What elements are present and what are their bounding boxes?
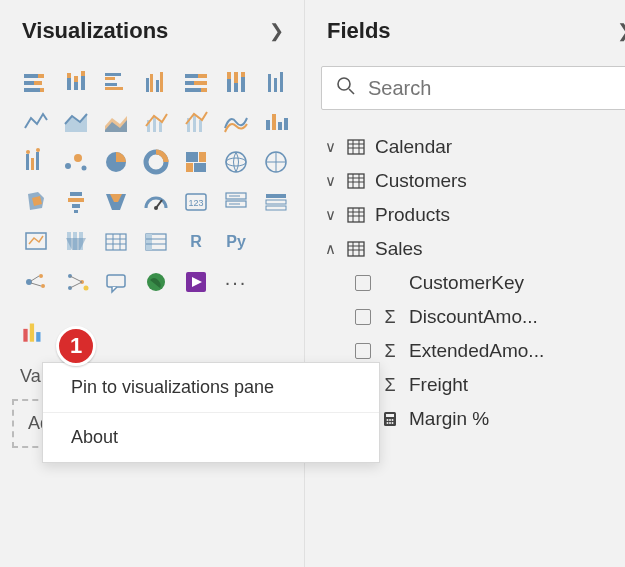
matrix-visual-icon[interactable] — [98, 224, 134, 260]
svg-rect-21 — [198, 74, 207, 78]
svg-rect-32 — [268, 74, 271, 92]
table-sales[interactable]: ∧ Sales — [319, 232, 625, 266]
r-visual-icon[interactable]: R — [178, 224, 214, 260]
field-label: ExtendedAmo... — [409, 340, 544, 362]
ribbon-chart-icon[interactable] — [178, 104, 214, 140]
search-input[interactable] — [368, 77, 621, 100]
waterfall-chart-icon[interactable] — [218, 104, 254, 140]
sigma-icon: Σ — [381, 375, 399, 396]
python-visual-icon[interactable]: Py — [218, 224, 254, 260]
stacked-bar-chart-icon[interactable] — [18, 64, 54, 100]
decomposition-tree-icon[interactable] — [58, 264, 94, 300]
line-stacked-column-icon[interactable] — [98, 104, 134, 140]
svg-point-62 — [226, 152, 246, 172]
more-visuals-button[interactable]: ··· — [218, 264, 254, 300]
stacked-column-chart-icon[interactable] — [58, 64, 94, 100]
svg-point-100 — [41, 284, 45, 288]
visualizations-header: Visualizations ❯ — [0, 0, 304, 60]
svg-line-102 — [31, 283, 41, 286]
svg-rect-0 — [24, 74, 38, 78]
svg-rect-31 — [241, 72, 245, 77]
donut-chart-icon[interactable] — [98, 144, 134, 180]
svg-rect-69 — [72, 204, 80, 208]
filled-map-icon[interactable] — [218, 144, 254, 180]
gauge-icon[interactable] — [58, 184, 94, 220]
field-extendedamo[interactable]: Σ ExtendedAmo... — [353, 334, 625, 368]
card-icon[interactable] — [98, 184, 134, 220]
svg-point-52 — [36, 148, 40, 152]
clustered-bar-chart-icon[interactable] — [98, 64, 134, 100]
checkbox[interactable] — [355, 343, 371, 359]
svg-rect-8 — [74, 82, 78, 90]
sigma-icon: Σ — [381, 341, 399, 362]
svg-rect-17 — [150, 74, 153, 92]
svg-rect-50 — [36, 152, 39, 170]
power-apps-icon[interactable] — [178, 264, 214, 300]
table-customers[interactable]: ∨ Customers — [319, 164, 625, 198]
funnel-chart-icon[interactable] — [258, 104, 294, 140]
treemap-icon[interactable] — [138, 144, 174, 180]
qa-visual-icon[interactable] — [98, 264, 134, 300]
table-visual-icon[interactable] — [58, 224, 94, 260]
arcgis-maps-icon[interactable] — [138, 264, 174, 300]
chevron-up-icon: ∧ — [323, 240, 337, 258]
clustered-column-chart-icon[interactable] — [138, 64, 174, 100]
svg-rect-83 — [266, 206, 286, 210]
svg-rect-2 — [24, 81, 34, 85]
context-pin-to-pane[interactable]: Pin to visualizations pane — [43, 363, 379, 413]
svg-point-54 — [74, 154, 82, 162]
stacked-area-chart-icon[interactable] — [58, 104, 94, 140]
collapse-viz-icon[interactable]: ❯ — [269, 20, 284, 42]
svg-rect-109 — [107, 275, 125, 287]
calculator-icon — [381, 411, 399, 427]
search-container — [305, 60, 625, 122]
svg-point-143 — [389, 422, 391, 424]
field-discountamo[interactable]: Σ DiscountAmo... — [353, 300, 625, 334]
slicer-icon[interactable] — [218, 184, 254, 220]
multi-row-card-icon[interactable] — [138, 184, 174, 220]
table-calendar[interactable]: ∨ Calendar — [319, 130, 625, 164]
svg-rect-19 — [160, 72, 163, 92]
scatter-chart-icon[interactable] — [18, 144, 54, 180]
svg-rect-47 — [284, 118, 288, 130]
svg-line-107 — [70, 282, 82, 288]
svg-rect-68 — [68, 198, 84, 202]
context-about[interactable]: About — [43, 413, 379, 462]
svg-point-74 — [154, 206, 158, 210]
table-label: Sales — [375, 238, 423, 260]
table-label: Products — [375, 204, 450, 226]
checkbox[interactable] — [355, 275, 371, 291]
field-freight[interactable]: Σ Freight — [353, 368, 625, 402]
svg-rect-4 — [24, 88, 40, 92]
table-icon[interactable] — [258, 184, 294, 220]
svg-rect-25 — [201, 88, 207, 92]
matrix-icon[interactable] — [18, 224, 54, 260]
line-chart-icon[interactable] — [258, 64, 294, 100]
svg-rect-14 — [105, 83, 117, 86]
table-products[interactable]: ∨ Products — [319, 198, 625, 232]
svg-point-144 — [392, 422, 394, 424]
hundred-stacked-bar-chart-icon[interactable] — [178, 64, 214, 100]
data-table-icon[interactable] — [138, 224, 174, 260]
visualizations-pane: Visualizations ❯ 123 — [0, 0, 305, 567]
collapse-fields-icon[interactable]: ❯ — [617, 20, 625, 42]
search-box[interactable] — [321, 66, 625, 110]
hundred-stacked-column-chart-icon[interactable] — [218, 64, 254, 100]
field-customerkey[interactable]: CustomerKey — [353, 266, 625, 300]
pie-chart-icon[interactable] — [58, 144, 94, 180]
checkbox[interactable] — [355, 309, 371, 325]
key-influencers-icon[interactable] — [18, 264, 54, 300]
fields-title: Fields — [327, 18, 391, 44]
kpi-icon[interactable]: 123 — [178, 184, 214, 220]
svg-rect-138 — [386, 414, 394, 417]
svg-rect-6 — [67, 78, 71, 90]
line-clustered-column-icon[interactable] — [138, 104, 174, 140]
custom-visual-icon[interactable] — [18, 316, 48, 346]
svg-rect-45 — [272, 114, 276, 130]
area-chart-icon[interactable] — [18, 104, 54, 140]
map-icon[interactable] — [178, 144, 214, 180]
svg-text:123: 123 — [188, 198, 203, 208]
azure-map-icon[interactable] — [258, 144, 294, 180]
field-marginpct[interactable]: Margin % — [353, 402, 625, 436]
shape-map-icon[interactable] — [18, 184, 54, 220]
